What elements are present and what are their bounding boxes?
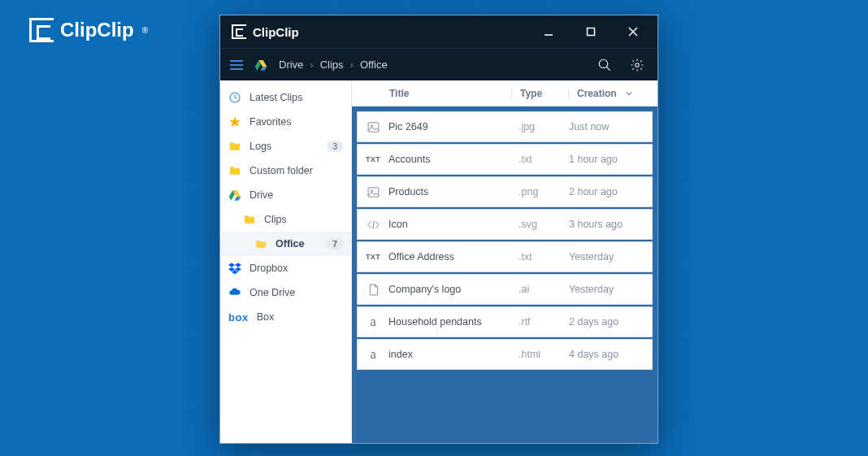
clock-icon [228,91,241,104]
brand-logo: ClipClip® [29,18,148,42]
svg-line-24 [372,220,373,228]
gear-icon[interactable] [627,54,648,76]
sidebar-item-label: Dropbox [250,263,343,274]
sidebar-item-badge: 3 [327,141,343,152]
sidebar-item-box[interactable]: boxBox [220,305,351,329]
drive-icon [228,189,241,202]
item-type: .txt [519,251,569,263]
list-item[interactable]: Icon.svg3 hours ago [357,209,653,240]
column-title[interactable]: Title [352,88,511,99]
breadcrumb-segment-0[interactable]: Drive [279,59,303,71]
item-title: Products [388,186,519,198]
sidebar-item-label: Clips [264,214,343,225]
app-icon [232,24,246,39]
drive-icon[interactable] [254,59,267,72]
item-type: .html [519,349,569,360]
item-type: .png [519,186,569,198]
clipclip-logo-icon [29,18,54,42]
sidebar-item-label: Drive [250,189,343,201]
item-type: .rtf [519,316,569,328]
image-icon [358,120,388,134]
search-icon[interactable] [594,54,615,76]
item-title: Accounts [388,154,519,165]
code-icon [358,218,388,232]
item-title: Office Address [388,251,519,263]
brand-registered: ® [142,26,148,35]
serif-icon: a [358,314,388,330]
window-minimize-button[interactable] [531,15,566,48]
sidebar-item-label: Office [276,238,319,250]
svg-point-7 [599,59,608,68]
item-type: .txt [519,154,569,165]
list-item[interactable]: Products.png2 hour ago [357,176,653,207]
list-item[interactable]: Pic 2649.jpgJust now [357,111,653,142]
dropbox-icon [228,262,241,275]
chevron-down-icon [625,89,633,98]
item-creation: Just now [569,121,652,132]
svg-line-8 [606,67,610,71]
sidebar-item-clips[interactable]: Clips [220,207,351,232]
window-close-button[interactable] [615,15,651,48]
file-list: Pic 2649.jpgJust nowTXTAccounts.txt1 hou… [352,106,658,443]
folder-icon [228,164,241,177]
list-item[interactable]: TXTAccounts.txt1 hour ago [357,144,653,175]
list-item[interactable]: aHousehold pendants.rtf2 days ago [357,306,653,337]
folder-open-icon [254,237,267,250]
txt-icon: TXT [358,155,388,163]
column-type[interactable]: Type [511,88,568,99]
svg-rect-20 [368,122,379,131]
sidebar-item-favorites[interactable]: Favorites [220,110,351,134]
svg-rect-1 [588,28,595,36]
folder-icon [228,140,241,153]
sidebar-item-latest-clips[interactable]: Latest Clips [220,85,351,110]
toolbar: Drive › Clips › Office [220,48,658,80]
star-icon [228,115,241,128]
titlebar[interactable]: ClipClip [220,15,658,48]
serif-icon: a [358,346,388,363]
app-window: ClipClip Drive › Clips › Office [219,15,658,444]
item-creation: 3 hours ago [569,219,652,230]
item-type: .jpg [519,121,569,132]
list-item[interactable]: TXTOffice Address.txtYesterday [357,241,653,272]
brand-label: ClipClip [60,19,134,41]
item-title: Household pendants [388,316,519,328]
sidebar-item-logs[interactable]: Logs3 [220,134,351,159]
item-title: index [388,349,519,360]
item-creation: Yesterday [569,251,652,263]
svg-point-9 [636,63,640,67]
main-panel: Title Type Creation Pic 2649.jpgJust now… [352,80,658,443]
item-creation: 2 hour ago [569,186,652,198]
app-title: ClipClip [253,25,299,39]
sidebar-item-label: Custom folder [250,165,343,176]
breadcrumb-sep: › [350,59,354,71]
list-item[interactable]: aindex.html4 days ago [357,339,653,370]
item-creation: Yesterday [569,284,652,295]
sidebar-item-label: Box [257,311,343,323]
folder-icon [243,213,256,226]
sidebar-item-drive[interactable]: Drive [220,183,351,207]
image-icon [358,185,388,199]
column-creation[interactable]: Creation [568,88,658,99]
sidebar-item-office[interactable]: Office7 [220,232,351,256]
sidebar-item-onedrive[interactable]: One Drive [220,280,351,305]
window-maximize-button[interactable] [573,15,609,48]
sidebar-item-dropbox[interactable]: Dropbox [220,256,351,280]
item-title: Pic 2649 [388,121,519,132]
item-type: .svg [519,219,569,230]
sidebar-item-custom-folder[interactable]: Custom folder [220,159,351,183]
menu-icon[interactable] [230,60,243,70]
doc-icon [358,283,388,297]
box-icon: box [228,311,249,324]
breadcrumb-sep: › [310,59,313,71]
breadcrumb: Drive › Clips › Office [279,59,388,71]
column-header: Title Type Creation [352,80,658,106]
svg-marker-13 [234,197,241,201]
sidebar-item-label: Favorites [250,116,343,128]
sidebar-item-badge: 7 [327,238,343,250]
onedrive-icon [228,286,241,299]
item-title: Icon [388,219,519,230]
breadcrumb-segment-2[interactable]: Office [360,59,388,71]
breadcrumb-segment-1[interactable]: Clips [320,59,344,71]
list-item[interactable]: Company's logo.aiYesterday [357,274,653,305]
svg-marker-15 [228,263,235,267]
